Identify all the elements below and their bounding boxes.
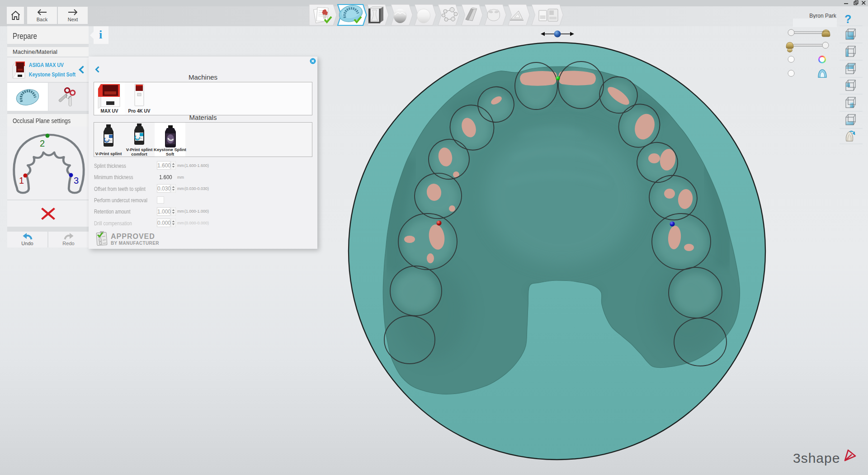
svg-text:1: 1 [19,176,24,185]
svg-text:3: 3 [74,176,79,185]
svg-text:2: 2 [40,138,45,148]
